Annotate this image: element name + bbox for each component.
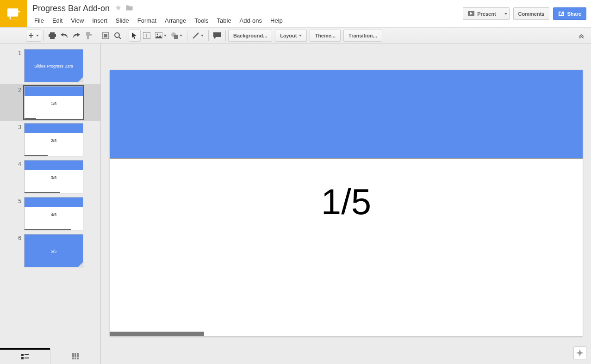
svg-rect-24 <box>77 353 79 355</box>
present-dropdown[interactable] <box>501 7 510 20</box>
select-tool[interactable] <box>129 30 141 42</box>
theme-button[interactable]: Theme... <box>310 30 341 42</box>
slide-thumb[interactable]: 2 1/5 <box>0 84 100 121</box>
thumb-body: 4/5 <box>25 212 83 217</box>
svg-text:T: T <box>145 33 149 38</box>
slide-number: 5 <box>0 197 24 204</box>
chevron-down-icon <box>36 35 39 37</box>
line-tool[interactable] <box>190 30 206 42</box>
doc-title[interactable]: Progress Bar Add-on <box>30 3 112 14</box>
slide-body-text: 1/5 <box>110 181 583 223</box>
header: Progress Bar Add-on File Edit View Inser… <box>0 0 591 27</box>
background-button[interactable]: Background... <box>228 30 272 42</box>
canvas[interactable]: 1/5 <box>101 43 591 364</box>
svg-line-17 <box>193 33 199 38</box>
menu-arrange[interactable]: Arrange <box>161 15 190 26</box>
comments-button[interactable]: Comments <box>513 7 550 20</box>
svg-rect-20 <box>21 357 24 359</box>
fit-button[interactable] <box>100 30 112 42</box>
svg-rect-22 <box>72 353 74 355</box>
background-button-label: Background... <box>233 33 267 38</box>
svg-rect-8 <box>104 34 107 37</box>
slide-thumb[interactable]: 5 4/5 <box>0 195 100 232</box>
chevron-down-icon <box>504 13 507 15</box>
slide-number: 2 <box>0 86 24 93</box>
svg-rect-30 <box>77 358 79 359</box>
image-tool[interactable] <box>153 30 169 42</box>
svg-rect-25 <box>72 355 74 357</box>
svg-rect-27 <box>77 355 79 357</box>
svg-point-9 <box>115 33 119 37</box>
slide-thumb[interactable]: 6 5/5 <box>0 232 100 269</box>
sidebar-footer <box>0 348 100 364</box>
menu-insert[interactable]: Insert <box>88 15 112 26</box>
svg-rect-23 <box>75 353 76 355</box>
current-slide[interactable]: 1/5 <box>110 70 583 336</box>
paint-format-button[interactable] <box>82 30 94 42</box>
menu-file[interactable]: File <box>30 15 48 26</box>
slide-number: 3 <box>0 123 24 130</box>
comment-tool[interactable] <box>211 30 223 42</box>
thumb-body: 2/5 <box>25 138 83 143</box>
zoom-button[interactable] <box>112 30 124 42</box>
menu-format[interactable]: Format <box>133 15 161 26</box>
thumb-title: Slides Progress Bars <box>25 64 83 68</box>
menu-view[interactable]: View <box>67 15 88 26</box>
svg-rect-29 <box>75 358 76 359</box>
theme-button-label: Theme... <box>315 33 336 38</box>
slides-logo[interactable] <box>0 0 27 27</box>
comments-button-label: Comments <box>518 11 545 17</box>
redo-button[interactable] <box>70 30 82 42</box>
thumb-body: 1/5 <box>25 101 83 106</box>
filmstrip-view-button[interactable] <box>0 348 50 364</box>
menu-bar: File Edit View Insert Slide Format Arran… <box>30 14 463 27</box>
toolbar: T Background... Layout Theme... Transiti… <box>0 27 591 43</box>
svg-rect-16 <box>174 35 178 39</box>
chevron-down-icon <box>299 35 302 37</box>
present-button-label: Present <box>477 11 496 17</box>
textbox-tool[interactable]: T <box>141 30 153 42</box>
slide-thumb[interactable]: 4 3/5 <box>0 158 100 195</box>
thumb-body: 3/5 <box>25 175 83 180</box>
new-slide-button[interactable] <box>26 30 41 42</box>
progress-bar <box>110 332 204 336</box>
share-button-label: Share <box>567 11 581 17</box>
print-button[interactable] <box>46 30 58 42</box>
svg-rect-21 <box>25 358 29 358</box>
undo-button[interactable] <box>58 30 70 42</box>
menu-addons[interactable]: Add-ons <box>236 15 266 26</box>
chevron-down-icon <box>164 35 167 37</box>
layout-button-label: Layout <box>280 33 297 38</box>
slide-header-band <box>110 70 583 159</box>
menu-tools[interactable]: Tools <box>190 15 212 26</box>
menu-help[interactable]: Help <box>266 15 287 26</box>
slide-number: 4 <box>0 160 24 167</box>
shape-tool[interactable] <box>169 30 185 42</box>
grid-view-button[interactable] <box>50 348 100 364</box>
slide-number: 6 <box>0 234 24 241</box>
svg-rect-4 <box>50 32 55 34</box>
thumb-list: 1 Slides Progress Bars 2 1/5 3 2/5 4 3/5… <box>0 43 100 348</box>
svg-rect-19 <box>25 354 29 355</box>
menu-slide[interactable]: Slide <box>112 15 133 26</box>
transition-button-label: Transition... <box>348 33 377 38</box>
svg-rect-6 <box>50 37 55 39</box>
thumb-body: 5/5 <box>25 249 83 253</box>
transition-button[interactable]: Transition... <box>343 30 382 42</box>
folder-icon[interactable] <box>125 5 133 12</box>
slide-thumb[interactable]: 1 Slides Progress Bars <box>0 47 100 84</box>
menu-table[interactable]: Table <box>213 15 236 26</box>
svg-rect-18 <box>21 354 24 356</box>
present-button[interactable]: Present <box>463 7 501 20</box>
collapse-toolbar-button[interactable] <box>575 30 587 42</box>
slide-thumb[interactable]: 3 2/5 <box>0 121 100 158</box>
share-button[interactable]: Share <box>553 7 586 20</box>
chevron-down-icon <box>201 35 204 37</box>
slide-panel: 1 Slides Progress Bars 2 1/5 3 2/5 4 3/5… <box>0 43 101 364</box>
star-icon[interactable] <box>115 4 122 12</box>
layout-button[interactable]: Layout <box>275 30 307 42</box>
chevron-down-icon <box>180 35 182 37</box>
explore-button[interactable] <box>573 346 586 359</box>
menu-edit[interactable]: Edit <box>48 15 67 26</box>
svg-line-10 <box>119 37 121 39</box>
